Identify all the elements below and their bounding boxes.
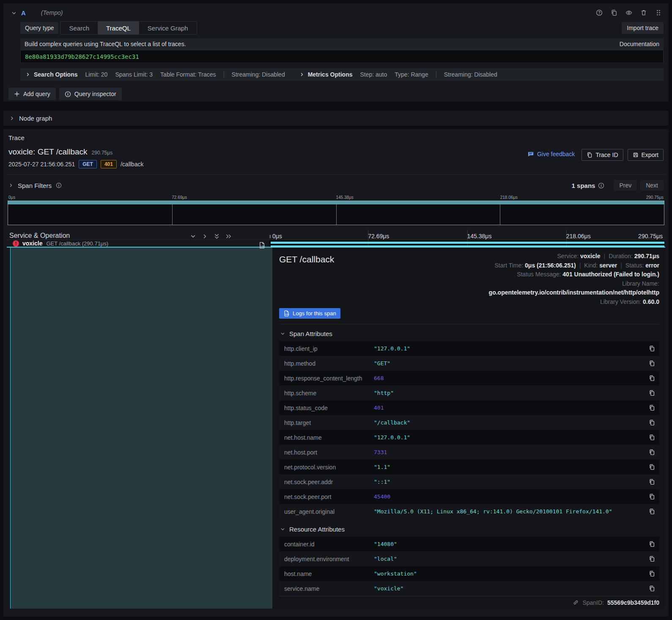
copy-value-icon[interactable]: [649, 405, 655, 411]
meta-value: server: [599, 262, 617, 269]
meta-label: Start Time:: [494, 262, 525, 269]
grafana-explore-page: A (Tempo) Query type Search TraceQL Serv…: [0, 0, 672, 620]
attribute-key: net.host.name: [284, 434, 374, 441]
chevron-right-icon: [25, 72, 30, 77]
span-row[interactable]: ! voxicle GET /callback (290.71μs): [7, 240, 665, 247]
tick-label: 145.38μs: [336, 195, 354, 200]
query-type-tabs: Search TraceQL Service Graph: [60, 21, 197, 35]
span-attributes-toggle[interactable]: Span Attributes: [280, 330, 659, 337]
minimap-body[interactable]: [8, 204, 664, 225]
node-graph-panel[interactable]: Node graph: [3, 111, 669, 126]
meta-value: 0.60.0: [643, 298, 659, 305]
trace-timeline: Service & Operation ‖ 0μs 72.69μs 145.38…: [7, 230, 665, 617]
tick-label: 72.69μs: [172, 195, 187, 200]
query-type-row: Query type Search TraceQL Service Graph …: [20, 21, 664, 35]
copy-value-icon[interactable]: [649, 375, 655, 381]
copy-value-icon[interactable]: [649, 449, 655, 455]
span-log-icon[interactable]: [258, 241, 266, 249]
copy-value-icon[interactable]: [649, 570, 655, 577]
next-span-button[interactable]: Next: [640, 180, 664, 191]
add-query-button[interactable]: Add query: [8, 88, 56, 100]
meta-label: Library Name:: [622, 280, 659, 287]
help-icon[interactable]: [596, 9, 603, 16]
span-bar[interactable]: [271, 242, 664, 244]
query-row-header: A (Tempo): [8, 7, 664, 19]
meta-value: 0μs (21:56:06.251): [525, 262, 576, 269]
delete-query-icon[interactable]: [640, 9, 647, 16]
attribute-key: net.protocol.version: [284, 464, 374, 471]
copy-value-icon[interactable]: [649, 508, 655, 515]
attribute-key: service.name: [284, 585, 374, 592]
resource-attributes-toggle[interactable]: Resource Attributes: [280, 526, 659, 533]
attribute-row: net.sock.peer.port 45400: [279, 489, 659, 504]
service-operation-header: Service & Operation: [7, 230, 70, 240]
attribute-key: net.sock.peer.addr: [284, 479, 374, 485]
query-inspector-button[interactable]: Query inspector: [59, 88, 122, 100]
meta-label: Library Version:: [600, 298, 643, 305]
tab-service-graph[interactable]: Service Graph: [139, 22, 197, 34]
chevron-down-icon[interactable]: [190, 233, 196, 240]
copy-value-icon[interactable]: [649, 419, 655, 426]
expand-all-icon[interactable]: [214, 233, 220, 240]
copy-value-icon[interactable]: [649, 360, 655, 366]
selected-span-row-background[interactable]: [10, 248, 272, 609]
meta-label: Status Message:: [517, 271, 562, 278]
copy-value-icon[interactable]: [649, 493, 655, 500]
attribute-value: "14080": [374, 541, 649, 547]
attribute-row: http.scheme "http": [279, 386, 659, 400]
minimap-tick-labels: 0μs 72.69μs 145.38μs 218.06μs 290.75μs: [8, 195, 664, 201]
tab-traceql[interactable]: TraceQL: [98, 22, 139, 34]
attribute-value: "workstation": [374, 570, 649, 577]
minimap-span-band[interactable]: [8, 201, 664, 204]
tick-label: 0μs: [8, 195, 15, 200]
documentation-link[interactable]: Documentation: [620, 41, 659, 47]
info-circle-icon: [65, 91, 71, 97]
copy-value-icon[interactable]: [649, 585, 655, 592]
trace-id-button[interactable]: Trace ID: [581, 149, 623, 161]
drag-handle-icon[interactable]: [655, 9, 662, 16]
tab-search[interactable]: Search: [60, 22, 98, 34]
attribute-key: http.client_ip: [284, 345, 374, 352]
node-graph-title: Node graph: [19, 115, 52, 122]
trace-title: voxicle: GET /callback: [8, 147, 88, 157]
attribute-key: http.scheme: [284, 390, 374, 397]
attribute-value: 401: [374, 405, 649, 411]
traceql-query-input[interactable]: 8e80a81933d79b28627c14995cc3ec31: [20, 50, 664, 63]
chevron-right-icon[interactable]: [202, 233, 208, 240]
span-detail-region: GET /callback Service: voxicle|Duration:…: [7, 247, 665, 609]
prev-span-button[interactable]: Prev: [614, 180, 637, 191]
import-trace-button[interactable]: Import trace: [622, 22, 664, 34]
attribute-row: http.response_content_length 668: [279, 371, 659, 386]
span-bar[interactable]: [271, 245, 664, 248]
copy-value-icon[interactable]: [649, 390, 655, 396]
detail-meta-line: Start Time: 0μs (21:56:06.251)|Kind: ser…: [473, 261, 659, 270]
attribute-row: service.name "voxicle": [279, 581, 659, 596]
copy-value-icon[interactable]: [649, 464, 655, 470]
span-detail-title: GET /callback: [279, 252, 334, 306]
copy-value-icon[interactable]: [649, 541, 655, 547]
metrics-option-type: Type: Range: [395, 71, 428, 78]
copy-value-icon[interactable]: [649, 434, 655, 441]
attribute-key: net.host.port: [284, 449, 374, 456]
trace-timestamp: 2025-07-27 21:56:06.251: [8, 161, 75, 168]
span-filters-toggle[interactable]: Span Filters: [8, 182, 62, 189]
collapse-all-icon[interactable]: [225, 233, 232, 240]
search-options-toggle[interactable]: Search Options: [25, 71, 77, 78]
copy-value-icon[interactable]: [649, 556, 655, 562]
copy-value-icon[interactable]: [649, 479, 655, 485]
query-ref-id[interactable]: A: [21, 9, 26, 17]
toggle-visibility-icon[interactable]: [625, 9, 632, 16]
trace-minimap[interactable]: 0μs 72.69μs 145.38μs 218.06μs 290.75μs: [8, 195, 664, 225]
meta-value: 401 Unauthorized (Failed to login.): [562, 271, 659, 278]
http-status-badge: 401: [101, 160, 117, 168]
attribute-value: "Mozilla/5.0 (X11; Linux x86_64; rv:141.…: [374, 508, 649, 515]
trace-duration: 290.75μs: [92, 150, 113, 156]
duplicate-query-icon[interactable]: [611, 9, 617, 16]
export-button[interactable]: Export: [628, 149, 664, 161]
collapse-query-chevron-icon[interactable]: [11, 9, 17, 16]
copy-value-icon[interactable]: [649, 345, 655, 352]
metrics-options-toggle[interactable]: Metrics Options: [299, 71, 353, 78]
link-icon[interactable]: [573, 599, 579, 606]
give-feedback-link[interactable]: Give feedback: [527, 149, 575, 157]
logs-for-span-button[interactable]: Logs for this span: [279, 308, 340, 319]
